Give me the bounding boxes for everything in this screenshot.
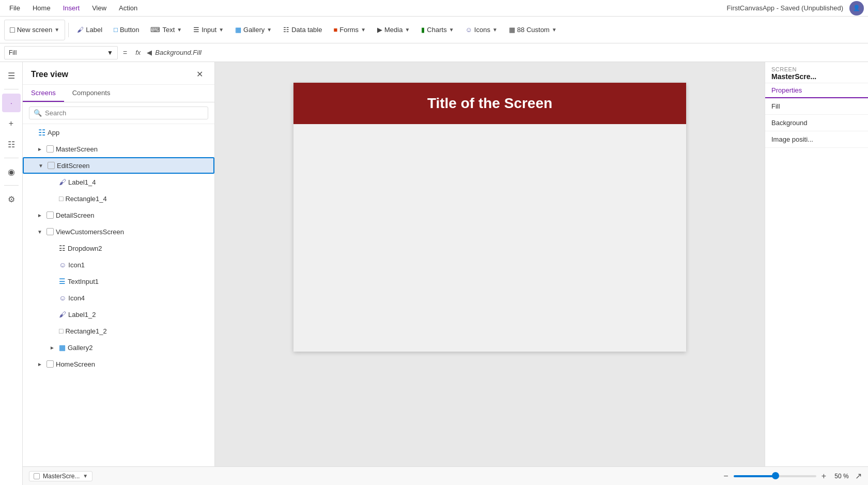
- toolbar: □ New screen ▼ 🖌 Label □ Button ⌨ Text ▼…: [0, 17, 868, 43]
- right-panel-section-label: SCREEN: [771, 66, 862, 72]
- left-strip: ☰ ⸱ + ☷ ◉ ⚙: [0, 62, 23, 485]
- menu-home[interactable]: Home: [27, 2, 56, 14]
- viewcustomersscreen-chevron: ▼: [37, 229, 44, 235]
- search-input[interactable]: [45, 109, 204, 117]
- tree-item-editscreen[interactable]: ▼: [23, 157, 214, 174]
- menu-insert[interactable]: Insert: [58, 2, 85, 14]
- viewcustomersscreen-checkbox[interactable]: [47, 228, 54, 235]
- strip-settings-icon[interactable]: ⚙: [2, 190, 21, 208]
- formula-chevron-left: ◀: [147, 49, 152, 56]
- input-chevron: ▼: [219, 27, 224, 33]
- tree-item-homescreen[interactable]: ► HomeScreen: [23, 356, 214, 372]
- tree-item-rectangle1-4[interactable]: □ Rectangle1_4: [23, 190, 214, 207]
- tree-item-label1-2[interactable]: 🖌 Label1_2: [23, 306, 214, 323]
- bottom-screen-tag[interactable]: MasterScre... ▼: [29, 471, 92, 481]
- bottom-screen-checkbox[interactable]: [34, 473, 40, 479]
- tab-properties[interactable]: Properties: [765, 83, 808, 98]
- media-button[interactable]: ▶ Media ▼: [372, 20, 415, 40]
- label1-4-label: Label1_4: [68, 178, 208, 186]
- formula-equals: =: [121, 49, 129, 57]
- tree-item-icon1[interactable]: ☺ Icon1: [23, 256, 214, 273]
- forms-button[interactable]: ■ Forms ▼: [328, 20, 371, 40]
- prop-background[interactable]: Background: [765, 115, 868, 131]
- menu-action[interactable]: Action: [114, 2, 143, 14]
- rectangle1-2-icon: □: [59, 327, 63, 335]
- tree-item-dropdown2[interactable]: ☷ Dropdown2: [23, 240, 214, 256]
- label1-4-icon: 🖌: [59, 178, 66, 186]
- detailscreen-checkbox[interactable]: [47, 211, 54, 219]
- homescreen-checkbox[interactable]: [47, 360, 54, 368]
- tab-components[interactable]: Components: [64, 85, 119, 102]
- viewcustomersscreen-label: ViewCustomersScreen: [56, 228, 208, 236]
- menu-file[interactable]: File: [4, 2, 25, 14]
- data-table-button[interactable]: ☷ Data table: [278, 20, 327, 40]
- textinput1-label: TextInput1: [68, 278, 208, 285]
- zoom-in-button[interactable]: +: [819, 472, 828, 481]
- homescreen-label: HomeScreen: [56, 360, 208, 368]
- toolbar-separator-1: [68, 23, 69, 37]
- label1-2-label: Label1_2: [68, 311, 208, 319]
- media-icon: ▶: [377, 26, 382, 34]
- new-screen-button[interactable]: □ New screen ▼: [4, 20, 65, 40]
- tree-item-rectangle1-2[interactable]: □ Rectangle1_2: [23, 323, 214, 339]
- tree-item-viewcustomersscreen[interactable]: ▼ ViewCustomersScreen: [23, 223, 214, 240]
- new-screen-label: New screen: [17, 26, 53, 34]
- custom-button[interactable]: ▦ 88 Custom ▼: [504, 20, 562, 40]
- strip-hamburger-icon[interactable]: ☰: [2, 66, 21, 85]
- prop-image-position[interactable]: Image positi...: [765, 131, 868, 148]
- strip-layers-icon[interactable]: ⸱: [2, 94, 21, 112]
- tree-item-textinput1[interactable]: ☰ TextInput1: [23, 273, 214, 290]
- menu-view[interactable]: View: [87, 2, 112, 14]
- tree-item-icon4[interactable]: ☺ Icon4: [23, 290, 214, 306]
- editscreen-checkbox[interactable]: [48, 162, 55, 169]
- text-button[interactable]: ⌨ Text ▼: [145, 20, 187, 40]
- gallery-icon: ▦: [235, 26, 241, 34]
- editscreen-name-input[interactable]: [57, 162, 207, 170]
- user-avatar[interactable]: 👤: [849, 1, 864, 16]
- formula-input[interactable]: [155, 46, 864, 59]
- charts-label: Charts: [427, 26, 446, 34]
- tree-item-app[interactable]: ☷ App: [23, 124, 214, 141]
- tree-close-button[interactable]: ✕: [193, 68, 206, 80]
- data-table-label: Data table: [291, 26, 322, 34]
- strip-components-icon[interactable]: ◉: [2, 162, 21, 181]
- charts-button[interactable]: ▮ Charts ▼: [416, 20, 459, 40]
- button-button[interactable]: □ Button: [109, 20, 144, 40]
- masterscreen-checkbox[interactable]: [47, 145, 54, 153]
- tree-item-label1-4[interactable]: 🖌 Label1_4: [23, 174, 214, 190]
- tree-item-gallery2[interactable]: ► ▦ Gallery2: [23, 339, 214, 356]
- media-label: Media: [384, 26, 402, 34]
- strip-separator-3: [4, 185, 19, 186]
- tab-screens[interactable]: Screens: [23, 85, 64, 102]
- canvas-body[interactable]: [293, 124, 686, 352]
- zoom-out-button[interactable]: −: [721, 472, 730, 481]
- text-chevron: ▼: [177, 27, 182, 33]
- prop-fill[interactable]: Fill: [765, 98, 868, 115]
- zoom-slider-thumb[interactable]: [772, 472, 779, 479]
- forms-icon: ■: [333, 26, 337, 34]
- formula-dropdown[interactable]: Fill ▼: [4, 46, 118, 59]
- label-button[interactable]: 🖌 Label: [72, 20, 107, 40]
- app-icon: ☷: [38, 128, 45, 138]
- input-label: Input: [202, 26, 216, 34]
- tree-item-detailscreen[interactable]: ► DetailScreen: [23, 207, 214, 223]
- icons-label: Icons: [474, 26, 490, 34]
- detailscreen-label: DetailScreen: [56, 211, 208, 219]
- right-panel: SCREEN MasterScre... Properties Fill Bac…: [765, 62, 868, 485]
- gallery-button[interactable]: ▦ Gallery ▼: [230, 20, 277, 40]
- strip-separator-1: [4, 89, 19, 89]
- input-button[interactable]: ☰ Input ▼: [188, 20, 229, 40]
- zoom-expand-button[interactable]: ↗: [855, 471, 862, 481]
- zoom-controls: − + 50 % ↗: [721, 471, 862, 481]
- gallery2-icon: ▦: [59, 343, 66, 352]
- rectangle1-4-icon: □: [59, 194, 63, 203]
- zoom-slider[interactable]: [734, 475, 816, 477]
- menu-bar: File Home Insert View Action FirstCanvas…: [0, 0, 868, 17]
- app-label: App: [48, 129, 208, 137]
- strip-data-icon[interactable]: ☷: [2, 135, 21, 154]
- input-icon: ☰: [193, 26, 199, 34]
- icons-button[interactable]: ☺ Icons ▼: [460, 20, 503, 40]
- icon4-label: Icon4: [68, 294, 208, 302]
- strip-add-icon[interactable]: +: [2, 114, 21, 133]
- tree-item-masterscreen[interactable]: ► MasterScreen: [23, 141, 214, 157]
